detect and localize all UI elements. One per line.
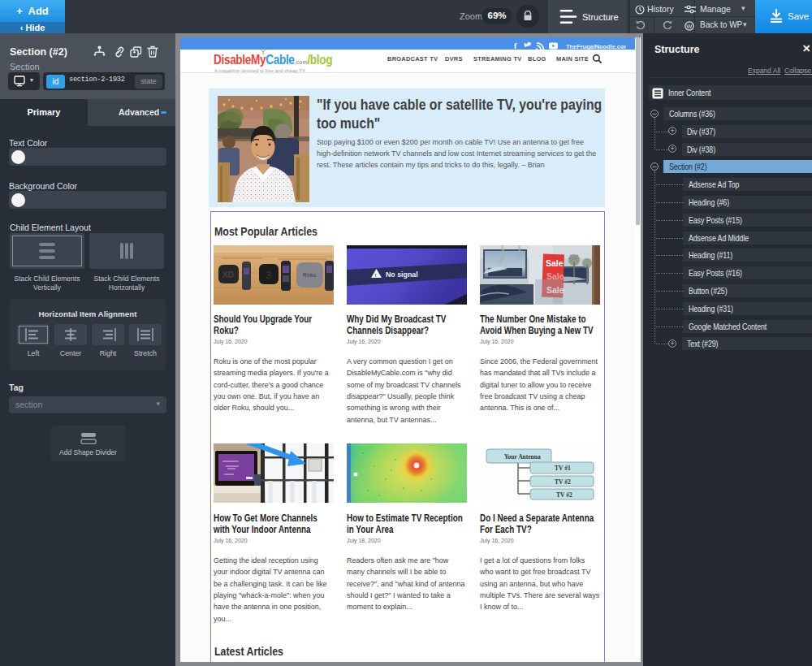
svg-text:No signal: No signal	[386, 270, 418, 279]
svg-text:W: W	[686, 23, 693, 30]
svg-text:XD: XD	[222, 270, 234, 279]
svg-text:Sale: Sale	[546, 258, 564, 268]
svg-text:!: !	[375, 273, 377, 278]
svg-text:TV #1: TV #1	[555, 465, 571, 472]
svg-text:Roku: Roku	[303, 272, 316, 278]
svg-text:Your Antenna: Your Antenna	[504, 453, 541, 461]
svg-text:3: 3	[266, 269, 271, 281]
svg-text:TV #2: TV #2	[555, 478, 571, 486]
svg-text:TV #2: TV #2	[556, 491, 572, 499]
